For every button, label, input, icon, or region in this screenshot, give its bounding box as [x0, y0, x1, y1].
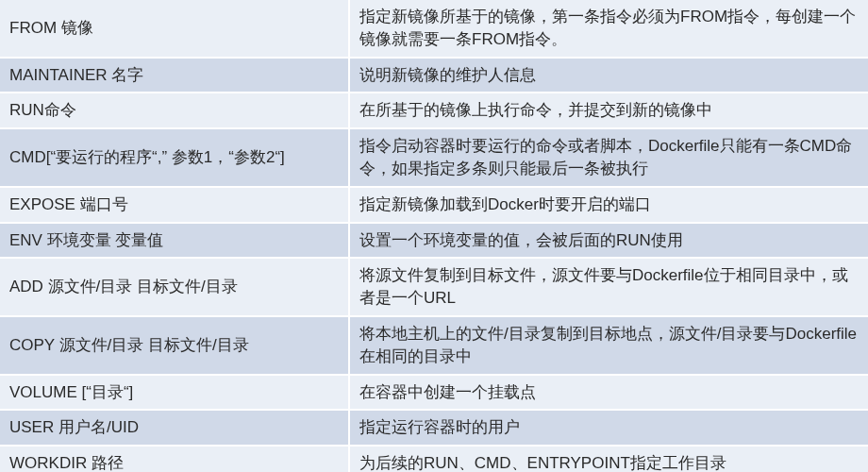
- table-row: VOLUME [“目录“]在容器中创建一个挂载点: [0, 375, 868, 411]
- desc-cell: 指定运行容器时的用户: [349, 410, 868, 446]
- table-row: EXPOSE 端口号指定新镜像加载到Docker时要开启的端口: [0, 187, 868, 223]
- dockerfile-instructions-table: FROM 镜像指定新镜像所基于的镜像，第一条指令必须为FROM指令，每创建一个镜…: [0, 0, 868, 472]
- table-row: ADD 源文件/目录 目标文件/目录将源文件复制到目标文件，源文件要与Docke…: [0, 258, 868, 316]
- table-row: COPY 源文件/目录 目标文件/目录将本地主机上的文件/目录复制到目标地点，源…: [0, 316, 868, 375]
- table-body: FROM 镜像指定新镜像所基于的镜像，第一条指令必须为FROM指令，每创建一个镜…: [0, 0, 868, 472]
- cmd-cell: VOLUME [“目录“]: [0, 375, 349, 411]
- table-row: MAINTAINER 名字说明新镜像的维护人信息: [0, 58, 868, 93]
- table-row: ENV 环境变量 变量值设置一个环境变量的值，会被后面的RUN使用: [0, 223, 868, 259]
- cmd-cell: COPY 源文件/目录 目标文件/目录: [0, 316, 349, 375]
- cmd-cell: WORKDIR 路径: [0, 446, 349, 472]
- desc-cell: 说明新镜像的维护人信息: [349, 58, 868, 93]
- cmd-cell: USER 用户名/UID: [0, 410, 349, 446]
- table-row: USER 用户名/UID指定运行容器时的用户: [0, 410, 868, 446]
- cmd-cell: ENV 环境变量 变量值: [0, 223, 349, 259]
- desc-cell: 在所基于的镜像上执行命令，并提交到新的镜像中: [349, 93, 868, 128]
- table-row: FROM 镜像指定新镜像所基于的镜像，第一条指令必须为FROM指令，每创建一个镜…: [0, 0, 868, 58]
- cmd-cell: RUN命令: [0, 93, 349, 128]
- desc-cell: 设置一个环境变量的值，会被后面的RUN使用: [349, 223, 868, 259]
- cmd-cell: CMD[“要运行的程序“,” 参数1，“参数2“]: [0, 128, 349, 187]
- desc-cell: 为后续的RUN、CMD、ENTRYPOINT指定工作目录: [349, 446, 868, 472]
- table-row: CMD[“要运行的程序“,” 参数1，“参数2“]指令启动容器时要运行的命令或者…: [0, 128, 868, 187]
- desc-cell: 指定新镜像加载到Docker时要开启的端口: [349, 187, 868, 223]
- desc-cell: 在容器中创建一个挂载点: [349, 375, 868, 411]
- desc-cell: 指定新镜像所基于的镜像，第一条指令必须为FROM指令，每创建一个镜像就需要一条F…: [349, 0, 868, 58]
- cmd-cell: EXPOSE 端口号: [0, 187, 349, 223]
- cmd-cell: MAINTAINER 名字: [0, 58, 349, 93]
- cmd-cell: ADD 源文件/目录 目标文件/目录: [0, 258, 349, 316]
- table-row: RUN命令在所基于的镜像上执行命令，并提交到新的镜像中: [0, 93, 868, 128]
- desc-cell: 将本地主机上的文件/目录复制到目标地点，源文件/目录要与Dockerfile在相…: [349, 316, 868, 375]
- desc-cell: 指令启动容器时要运行的命令或者脚本，Dockerfile只能有一条CMD命令，如…: [349, 128, 868, 187]
- desc-cell: 将源文件复制到目标文件，源文件要与Dockerfile位于相同目录中，或者是一个…: [349, 258, 868, 316]
- table-row: WORKDIR 路径为后续的RUN、CMD、ENTRYPOINT指定工作目录: [0, 446, 868, 472]
- cmd-cell: FROM 镜像: [0, 0, 349, 58]
